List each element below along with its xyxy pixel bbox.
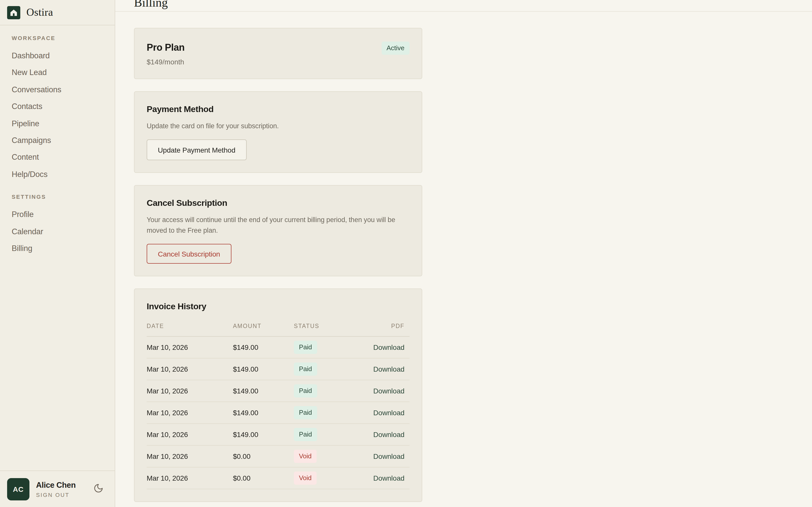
plan-card: Pro Plan $149/month Active xyxy=(134,28,422,79)
update-payment-method-button[interactable]: Update Payment Method xyxy=(147,139,247,160)
sidebar-section: SETTINGS Profile Calendar Billing xyxy=(12,193,115,253)
payment-method-title: Payment Method xyxy=(147,104,410,115)
app-logo[interactable]: Ostira xyxy=(0,0,115,25)
sidebar-item-contacts[interactable]: Contacts xyxy=(12,101,115,111)
user-section: AC Alice Chen SIGN OUT xyxy=(0,470,115,507)
invoice-table-row: Mar 10, 2026 $0.00 Void Download xyxy=(147,446,410,467)
invoice-table-row: Mar 10, 2026 $149.00 Paid Download xyxy=(147,402,410,424)
invoice-download-link[interactable]: Download xyxy=(373,474,404,482)
page-title: Billing xyxy=(134,0,812,9)
invoice-amount: $0.00 xyxy=(233,452,294,460)
cancel-subscription-description: Your access will continue until the end … xyxy=(147,215,403,236)
invoice-status-badge: Paid xyxy=(294,362,317,376)
invoice-date: Mar 10, 2026 xyxy=(147,452,233,460)
invoice-history-title: Invoice History xyxy=(147,301,410,312)
invoice-download-link[interactable]: Download xyxy=(373,343,404,351)
invoice-date: Mar 10, 2026 xyxy=(147,365,233,373)
column-header-amount: AMOUNT xyxy=(233,323,294,329)
sidebar-section-label: WORKSPACE xyxy=(12,35,115,42)
invoice-table-row: Mar 10, 2026 $149.00 Paid Download xyxy=(147,380,410,402)
invoice-table-row: Mar 10, 2026 $149.00 Paid Download xyxy=(147,358,410,380)
sidebar-section: WORKSPACE Dashboard New Lead Conversatio… xyxy=(12,35,115,179)
user-name: Alice Chen xyxy=(36,481,75,490)
sidebar-item-profile[interactable]: Profile xyxy=(12,210,115,220)
plan-status-badge: Active xyxy=(382,42,410,55)
invoice-table-row: Mar 10, 2026 $0.00 Void Download xyxy=(147,467,410,489)
invoice-table-body: Mar 10, 2026 $149.00 Paid Download Mar 1… xyxy=(147,337,410,489)
sidebar-item-billing[interactable]: Billing xyxy=(12,243,115,253)
invoice-status-badge: Void xyxy=(294,471,317,485)
home-icon xyxy=(7,6,20,19)
billing-content: Pro Plan $149/month Active Payment Metho… xyxy=(115,12,812,507)
invoice-table-row: Mar 10, 2026 $149.00 Paid Download xyxy=(147,424,410,446)
page-header: Billing xyxy=(115,0,812,12)
cancel-subscription-card: Cancel Subscription Your access will con… xyxy=(134,185,422,276)
sidebar-item-calendar[interactable]: Calendar xyxy=(12,226,115,236)
plan-name: Pro Plan xyxy=(147,42,185,53)
invoice-history-card: Invoice History DATE AMOUNT STATUS PDF M… xyxy=(134,288,422,502)
theme-toggle-button[interactable] xyxy=(92,482,105,496)
invoice-status-badge: Void xyxy=(294,450,317,463)
sidebar-item-help-docs[interactable]: Help/Docs xyxy=(12,169,115,179)
sidebar-nav: WORKSPACE Dashboard New Lead Conversatio… xyxy=(0,25,115,470)
app-name: Ostira xyxy=(27,6,53,19)
invoice-date: Mar 10, 2026 xyxy=(147,431,233,439)
invoice-download-link[interactable]: Download xyxy=(373,452,404,460)
sidebar-section-label: SETTINGS xyxy=(12,193,115,201)
sidebar-item-conversations[interactable]: Conversations xyxy=(12,85,115,95)
invoice-status-badge: Paid xyxy=(294,406,317,419)
plan-price: $149/month xyxy=(147,58,185,66)
invoice-date: Mar 10, 2026 xyxy=(147,343,233,351)
column-header-status: STATUS xyxy=(294,323,353,329)
main-area: Billing Pro Plan $149/month Active Payme… xyxy=(115,0,812,507)
invoice-amount: $149.00 xyxy=(233,409,294,417)
column-header-pdf: PDF xyxy=(353,323,410,329)
invoice-download-link[interactable]: Download xyxy=(373,431,404,439)
invoice-table-header: DATE AMOUNT STATUS PDF xyxy=(147,323,410,337)
sidebar: Ostira WORKSPACE Dashboard New Lead Conv… xyxy=(0,0,115,507)
invoice-status-badge: Paid xyxy=(294,428,317,441)
sidebar-item-campaigns[interactable]: Campaigns xyxy=(12,135,115,145)
invoice-date: Mar 10, 2026 xyxy=(147,409,233,417)
cancel-subscription-button[interactable]: Cancel Subscription xyxy=(147,244,231,264)
payment-method-card: Payment Method Update the card on file f… xyxy=(134,91,422,173)
invoice-status-badge: Paid xyxy=(294,341,317,354)
invoice-amount: $149.00 xyxy=(233,343,294,351)
app-window: Ostira WORKSPACE Dashboard New Lead Conv… xyxy=(0,0,812,507)
invoice-table-row: Mar 10, 2026 $149.00 Paid Download xyxy=(147,337,410,358)
invoice-amount: $0.00 xyxy=(233,474,294,482)
moon-icon xyxy=(93,483,104,495)
avatar[interactable]: AC xyxy=(7,478,30,500)
invoice-date: Mar 10, 2026 xyxy=(147,387,233,395)
sidebar-item-pipeline[interactable]: Pipeline xyxy=(12,118,115,128)
column-header-date: DATE xyxy=(147,323,233,329)
invoice-amount: $149.00 xyxy=(233,431,294,439)
invoice-download-link[interactable]: Download xyxy=(373,365,404,373)
payment-method-description: Update the card on file for your subscri… xyxy=(147,121,403,131)
invoice-amount: $149.00 xyxy=(233,387,294,395)
sidebar-item-content[interactable]: Content xyxy=(12,152,115,162)
invoice-download-link[interactable]: Download xyxy=(373,387,404,395)
invoice-download-link[interactable]: Download xyxy=(373,409,404,417)
invoice-date: Mar 10, 2026 xyxy=(147,474,233,482)
invoice-amount: $149.00 xyxy=(233,365,294,373)
cancel-subscription-title: Cancel Subscription xyxy=(147,198,410,208)
sidebar-item-new-lead[interactable]: New Lead xyxy=(12,68,115,77)
sign-out-button[interactable]: SIGN OUT xyxy=(36,492,75,498)
invoice-status-badge: Paid xyxy=(294,384,317,397)
sidebar-item-dashboard[interactable]: Dashboard xyxy=(12,51,115,61)
